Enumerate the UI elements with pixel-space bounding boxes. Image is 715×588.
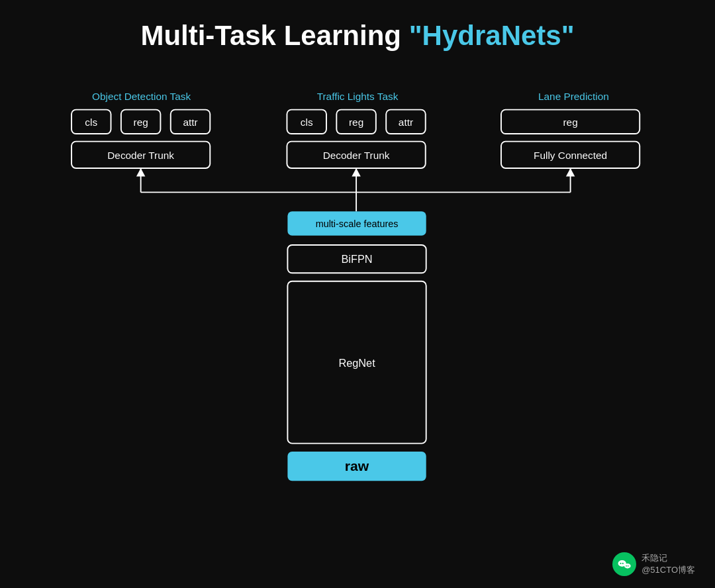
- task2-decoder-label: Decoder Trunk: [323, 150, 390, 161]
- task2-cls-label: cls: [301, 117, 313, 128]
- svg-point-5: [628, 565, 629, 567]
- task2-reg-label: reg: [349, 117, 363, 128]
- task1-reg-label: reg: [134, 117, 148, 128]
- task-label-2: Traffic Lights Task: [317, 91, 399, 102]
- feature-badge-label: multi-scale features: [316, 219, 399, 229]
- svg-point-2: [622, 563, 624, 564]
- page-title: Multi-Task Learning "HydraNets": [140, 20, 574, 52]
- task3-fc-label: Fully Connected: [534, 150, 607, 161]
- task-label-3: Lane Prediction: [538, 91, 609, 102]
- diagram-svg: Object Detection Task Traffic Lights Tas…: [40, 78, 675, 542]
- arrowhead-task2: [352, 168, 360, 176]
- bifpn-label: BiFPN: [341, 253, 372, 265]
- watermark-text: 禾隐记 @51CTO博客: [642, 552, 695, 576]
- watermark: 禾隐记 @51CTO博客: [612, 552, 695, 576]
- raw-label: raw: [345, 458, 369, 473]
- task3-reg-label: reg: [563, 117, 577, 128]
- main-container: Multi-Task Learning "HydraNets" Object D…: [0, 0, 715, 588]
- regnet-label: RegNet: [338, 357, 375, 369]
- task1-cls-label: cls: [85, 117, 97, 128]
- watermark-line1: 禾隐记: [642, 552, 695, 564]
- title-highlight: "HydraNets": [409, 20, 575, 51]
- arrowhead-task3: [566, 168, 575, 176]
- svg-point-1: [620, 563, 622, 564]
- svg-point-3: [624, 564, 631, 568]
- svg-point-4: [626, 565, 627, 567]
- title-prefix: Multi-Task Learning: [140, 20, 408, 51]
- arrowhead-task1: [136, 168, 145, 176]
- wechat-icon: [612, 552, 636, 576]
- task-label-1: Object Detection Task: [92, 91, 191, 102]
- watermark-line2: @51CTO博客: [642, 564, 695, 576]
- task1-decoder-label: Decoder Trunk: [107, 150, 174, 161]
- task2-attr-label: attr: [399, 117, 413, 128]
- task1-attr-label: attr: [183, 117, 197, 128]
